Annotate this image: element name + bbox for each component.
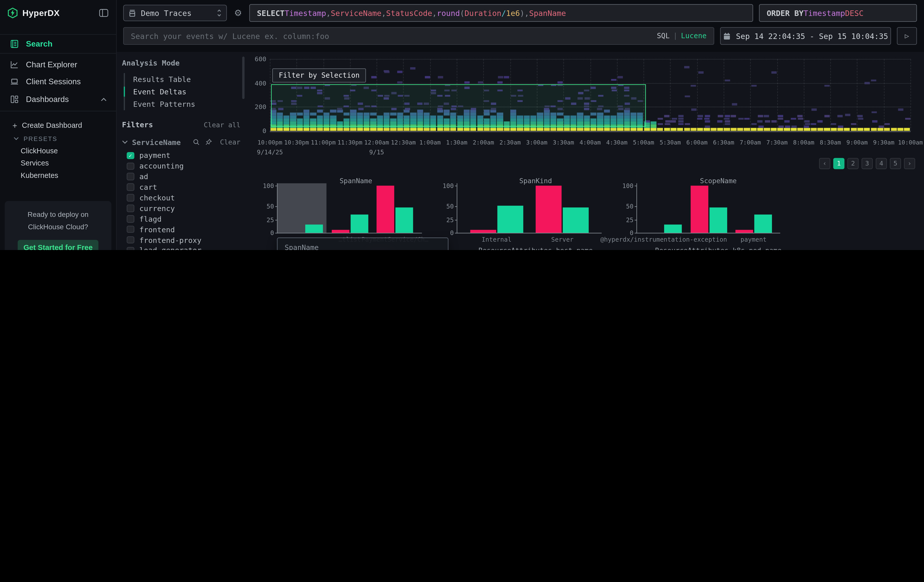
- heatmap-cell: [677, 127, 683, 130]
- preset-link-clickhouse[interactable]: ClickHouse: [0, 145, 116, 157]
- source-select[interactable]: Demo Traces: [123, 5, 227, 21]
- pagination-page-2[interactable]: 2: [847, 158, 858, 169]
- chart-plot[interactable]: @hyperdx/instrumentation-exceptionpaymen…: [636, 186, 780, 234]
- create-dashboard-button[interactable]: + Create Dashboard: [0, 119, 116, 132]
- group-pin-icon-wrap[interactable]: [205, 138, 212, 145]
- heatmap-plot[interactable]: [270, 59, 911, 131]
- filter-option-row[interactable]: frontend: [122, 224, 240, 235]
- heatmap-selection[interactable]: [271, 84, 646, 127]
- outliers-bar[interactable]: [332, 230, 349, 233]
- inliers-bar[interactable]: [305, 225, 323, 233]
- filter-option-row[interactable]: ✓payment: [122, 150, 240, 161]
- heatmap-cell: [865, 82, 870, 84]
- clear-all-filters-link[interactable]: Clear all: [204, 120, 240, 129]
- heatmap-cell: [404, 127, 410, 130]
- group-clear-link[interactable]: Clear: [220, 138, 241, 146]
- outliers-bar[interactable]: [536, 186, 562, 233]
- filter-option-row[interactable]: load-generator: [122, 245, 240, 250]
- panel-scrollbar[interactable]: [242, 57, 244, 99]
- gear-icon[interactable]: ⚙: [233, 8, 243, 18]
- group-collapse-toggle[interactable]: [122, 140, 128, 144]
- sidebar-item-dashboards[interactable]: Dashboards: [0, 91, 116, 108]
- search-icon[interactable]: [193, 138, 200, 145]
- heatmap-cell: [431, 127, 436, 130]
- chart-plot[interactable]: InternalServer: [457, 186, 602, 234]
- inliers-bar[interactable]: [709, 207, 727, 233]
- get-started-button[interactable]: Get Started for Free: [18, 240, 98, 250]
- heatmap-cell: [371, 76, 376, 78]
- pagination-page-4[interactable]: 4: [876, 158, 887, 169]
- filter-option-row[interactable]: flagd: [122, 214, 240, 224]
- checkbox[interactable]: [127, 162, 134, 170]
- checkbox[interactable]: [127, 215, 134, 223]
- language-toggle-sql[interactable]: SQL: [657, 32, 670, 40]
- inliers-bar[interactable]: [563, 207, 589, 233]
- filter-option-row[interactable]: cart: [122, 182, 240, 193]
- filter-option-row[interactable]: accounting: [122, 161, 240, 171]
- checkbox[interactable]: ✓: [127, 152, 134, 159]
- heatmap-cell: [777, 127, 783, 130]
- pagination-page-1[interactable]: 1: [833, 158, 844, 169]
- pagination-page-5[interactable]: 5: [890, 158, 901, 169]
- time-range-picker[interactable]: Sep 14 22:04:35 - Sep 15 10:04:35: [720, 27, 891, 45]
- heatmap-cell: [817, 127, 823, 130]
- collapse-sidebar-icon[interactable]: [99, 9, 108, 17]
- events-heatmap: Filter by Selection 600400200010:00pm10:…: [248, 56, 924, 162]
- inliers-bar[interactable]: [754, 214, 772, 233]
- heatmap-cell: [691, 84, 696, 87]
- filter-option-label: frontend-proxy: [139, 236, 201, 244]
- chevron-down-icon: [14, 137, 19, 140]
- chart-plot[interactable]: …tlistPaymentService/Ch…: [277, 186, 422, 234]
- filter-by-selection-button[interactable]: Filter by Selection: [272, 68, 366, 82]
- analysis-mode-item[interactable]: Event Deltas: [125, 86, 240, 98]
- inliers-bar[interactable]: [664, 225, 682, 233]
- sidebar-item-chart-explorer[interactable]: Chart Explorer: [0, 56, 116, 73]
- analysis-mode-item[interactable]: Results Table: [125, 73, 240, 86]
- order-by-input[interactable]: ORDER BY Timestamp DESC: [759, 4, 917, 22]
- inliers-bar[interactable]: [497, 206, 523, 233]
- sidebar-item-client-sessions[interactable]: Client Sessions: [0, 73, 116, 90]
- checkbox[interactable]: [127, 194, 134, 201]
- preset-link-services[interactable]: Services: [0, 157, 116, 169]
- sidebar-item-search[interactable]: Search: [0, 34, 116, 54]
- select-clause-input[interactable]: SELECT Timestamp, ServiceName, StatusCod…: [249, 4, 753, 22]
- checkbox[interactable]: [127, 183, 134, 191]
- heatmap-cell: [464, 127, 470, 130]
- search-input[interactable]: Search your events w/ Lucene ex. column:…: [123, 27, 714, 45]
- outliers-bar[interactable]: [470, 230, 496, 233]
- filter-option-row[interactable]: currency: [122, 203, 240, 214]
- group-search-icon-wrap[interactable]: [193, 138, 200, 145]
- run-query-button[interactable]: ▷: [897, 27, 917, 45]
- outliers-bar[interactable]: [690, 186, 708, 233]
- checkbox[interactable]: [127, 247, 134, 250]
- analysis-mode-item[interactable]: Event Patterns: [125, 98, 240, 110]
- checkbox[interactable]: [127, 205, 134, 212]
- presets-toggle[interactable]: PRESETS: [0, 132, 116, 145]
- chevron-down-icon[interactable]: [122, 140, 128, 144]
- analysis-mode-list: Results TableEvent DeltasEvent Patterns: [124, 73, 240, 110]
- laptop-icon: [9, 77, 20, 86]
- preset-link-kubernetes[interactable]: Kubernetes: [0, 169, 116, 181]
- filter-option-row[interactable]: frontend-proxy: [122, 234, 240, 245]
- pagination-prev[interactable]: ‹: [819, 158, 830, 169]
- checkbox[interactable]: [127, 236, 134, 244]
- checkbox[interactable]: [127, 173, 134, 180]
- bar-group-label: payment: [741, 236, 767, 243]
- heatmap-cell: [450, 127, 456, 130]
- language-toggle-lucene[interactable]: Lucene: [681, 32, 707, 40]
- filter-option-row[interactable]: ad: [122, 171, 240, 182]
- filter-option-row[interactable]: checkout: [122, 193, 240, 203]
- pagination-page-3[interactable]: 3: [861, 158, 873, 169]
- checkbox[interactable]: [127, 226, 134, 233]
- outliers-bar[interactable]: [735, 230, 753, 233]
- query-token: StatusCode: [386, 8, 432, 18]
- heatmap-cell: [811, 127, 817, 130]
- sidebar: HyperDX Search Chart Explorer Client Ses…: [0, 0, 117, 250]
- outliers-bar[interactable]: [377, 186, 394, 233]
- heatmap-cell: [610, 127, 617, 130]
- analysis-mode-title: Analysis Mode: [122, 58, 240, 67]
- inliers-bar[interactable]: [350, 214, 368, 233]
- pin-icon[interactable]: [205, 138, 212, 145]
- inliers-bar[interactable]: [396, 207, 413, 233]
- pagination-next[interactable]: ›: [904, 158, 915, 169]
